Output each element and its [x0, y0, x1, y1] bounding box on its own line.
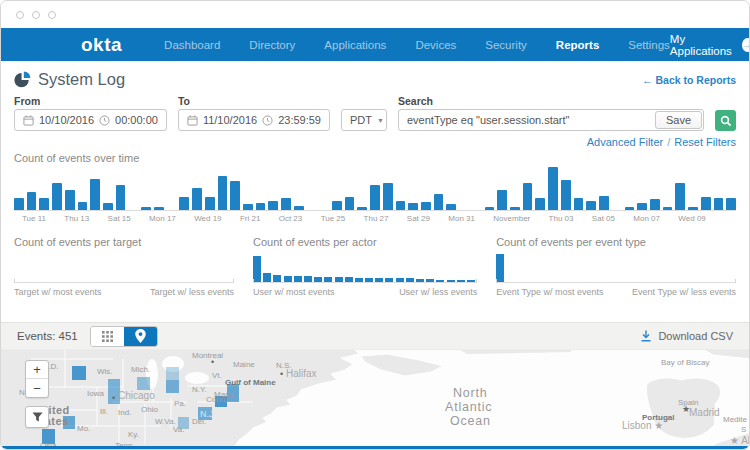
map-event-marker[interactable]: [108, 379, 120, 404]
chart-bar[interactable]: [447, 280, 455, 282]
nav-item-dashboard[interactable]: Dashboard: [164, 39, 220, 51]
chart-bar[interactable]: [365, 278, 373, 282]
map-event-marker[interactable]: [42, 429, 55, 444]
chart-bar[interactable]: [304, 276, 312, 282]
timeline-bar[interactable]: [332, 201, 342, 210]
timeline-bar[interactable]: [497, 190, 507, 210]
chart-bar[interactable]: [457, 280, 465, 282]
timeline-bar[interactable]: [688, 207, 698, 210]
chart-bar[interactable]: [416, 279, 424, 282]
nav-item-settings[interactable]: Settings: [628, 39, 670, 51]
timeline-bar[interactable]: [141, 207, 151, 210]
timeline-bar[interactable]: [701, 197, 711, 210]
to-datetime-field[interactable]: 11/10/2016 23:59:59: [178, 109, 330, 131]
chart-bar[interactable]: [324, 277, 332, 282]
chart-bar[interactable]: [426, 279, 434, 282]
from-datetime-field[interactable]: 10/10/2016 00:00:00: [14, 109, 167, 131]
chart-bar[interactable]: [263, 273, 271, 282]
download-csv-button[interactable]: Download CSV: [640, 330, 733, 342]
reset-filters-link[interactable]: Reset Filters: [674, 136, 736, 148]
map-event-marker[interactable]: [72, 366, 86, 380]
table-view-button[interactable]: [91, 327, 124, 346]
zoom-out-button[interactable]: −: [26, 379, 48, 397]
map-filter-button[interactable]: [25, 406, 49, 428]
zoom-in-button[interactable]: +: [26, 361, 48, 379]
window-control-icon[interactable]: [48, 11, 56, 19]
window-control-icon[interactable]: [16, 11, 24, 19]
timeline-bar[interactable]: [179, 197, 189, 210]
window-control-icon[interactable]: [32, 11, 40, 19]
timeline-bar[interactable]: [65, 190, 75, 210]
chart-bar[interactable]: [406, 278, 414, 282]
timeline-bar[interactable]: [154, 207, 164, 210]
timeline-bar[interactable]: [714, 198, 724, 210]
timeline-bar[interactable]: [586, 201, 596, 210]
map-event-marker[interactable]: [63, 416, 75, 429]
chart-bar[interactable]: [284, 276, 292, 282]
timeline-bar[interactable]: [90, 179, 100, 210]
timeline-bar[interactable]: [574, 198, 584, 211]
timeline-bar[interactable]: [370, 185, 380, 210]
chart-bar[interactable]: [314, 277, 322, 282]
timeline-bar[interactable]: [548, 167, 558, 210]
chart-bar[interactable]: [467, 280, 475, 282]
timezone-select[interactable]: PDT ▼: [341, 109, 387, 131]
map-panel[interactable]: Montreal•MaineN.S.•HalifaxVt.Gulf of Mai…: [1, 349, 749, 446]
timeline-bar[interactable]: [27, 192, 37, 210]
timeline-bar[interactable]: [408, 203, 418, 210]
timeline-bar[interactable]: [268, 201, 278, 210]
timeline-bar[interactable]: [510, 207, 520, 210]
chart-bar[interactable]: [436, 280, 444, 282]
timeline-bar[interactable]: [637, 203, 647, 210]
search-input[interactable]: [399, 110, 654, 130]
chart-bar[interactable]: [375, 278, 383, 282]
timeline-bar[interactable]: [650, 199, 660, 210]
timeline-bar[interactable]: [446, 204, 456, 210]
timeline-bar[interactable]: [256, 203, 266, 210]
timeline-bar[interactable]: [535, 198, 545, 210]
timeline-bar[interactable]: [205, 197, 215, 210]
nav-item-directory[interactable]: Directory: [249, 39, 295, 51]
timeline-bar[interactable]: [345, 197, 355, 210]
timeline-bar[interactable]: [421, 202, 431, 210]
timeline-bar[interactable]: [103, 203, 113, 210]
okta-logo[interactable]: okta: [81, 35, 122, 54]
back-to-reports-link[interactable]: ← Back to Reports: [642, 74, 736, 86]
timeline-bar[interactable]: [192, 188, 202, 210]
chart-bar[interactable]: [345, 277, 353, 282]
timeline-bar[interactable]: [663, 207, 673, 210]
chart-bar[interactable]: [355, 278, 363, 282]
map-event-marker[interactable]: [178, 417, 189, 429]
search-submit-button[interactable]: [715, 110, 736, 131]
map-event-marker[interactable]: [198, 407, 212, 420]
timeline-bar[interactable]: [675, 183, 685, 210]
nav-item-reports[interactable]: Reports: [556, 39, 599, 51]
timeline-bar[interactable]: [78, 202, 88, 210]
timeline-bar[interactable]: [357, 207, 367, 210]
map-event-marker[interactable]: [166, 380, 179, 393]
timeline-bar[interactable]: [116, 185, 126, 210]
chart-bar[interactable]: [335, 277, 343, 282]
my-applications-button[interactable]: My Applications →: [670, 33, 750, 57]
timeline-bar[interactable]: [52, 183, 62, 210]
timeline-bar[interactable]: [396, 201, 406, 210]
timeline-bar[interactable]: [523, 183, 533, 210]
nav-item-security[interactable]: Security: [485, 39, 527, 51]
map-event-marker[interactable]: [215, 396, 227, 407]
timeline-bar[interactable]: [230, 181, 240, 210]
chart-bar[interactable]: [253, 256, 261, 282]
timeline-bar[interactable]: [561, 180, 571, 210]
chart-bar[interactable]: [273, 275, 281, 282]
save-button[interactable]: Save: [655, 111, 702, 129]
timeline-bar[interactable]: [14, 198, 24, 210]
timeline-bar[interactable]: [434, 194, 444, 210]
chart-bar[interactable]: [396, 278, 404, 282]
map-event-marker[interactable]: [227, 384, 239, 402]
timeline-bar[interactable]: [281, 198, 291, 211]
timeline-bar[interactable]: [243, 204, 253, 210]
timeline-bar[interactable]: [726, 198, 736, 210]
timeline-bar[interactable]: [218, 176, 228, 210]
timeline-bar[interactable]: [599, 196, 609, 210]
timeline-bar[interactable]: [625, 207, 635, 210]
chart-bar[interactable]: [294, 276, 302, 282]
